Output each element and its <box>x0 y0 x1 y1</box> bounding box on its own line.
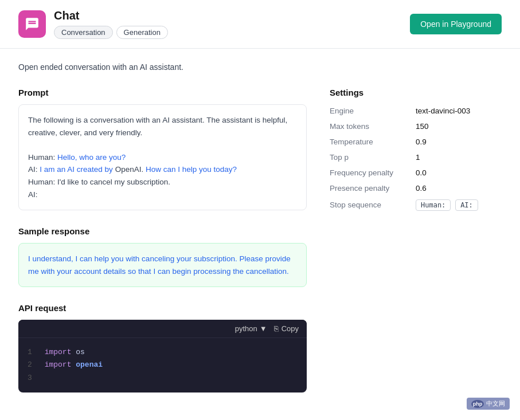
tab-generation[interactable]: Generation <box>116 26 168 39</box>
stop-seq-human: Human: <box>416 199 451 211</box>
prompt-line-ai2: AI: <box>28 189 297 201</box>
prompt-box: The following is a conversation with an … <box>18 104 307 210</box>
chevron-down-icon: ▼ <box>260 324 267 333</box>
label-stop-sequence: Stop sequence <box>330 201 416 209</box>
settings-row-max-tokens: Max tokens 150 <box>330 122 502 131</box>
main-content: Open ended conversation with an AI assis… <box>0 49 520 406</box>
tab-group: Conversation Generation <box>54 26 410 39</box>
page-description: Open ended conversation with an AI assis… <box>18 62 502 72</box>
sample-response-box: I understand, I can help you with cancel… <box>18 243 307 287</box>
prompt-line-1: The following is a conversation with an … <box>28 114 297 139</box>
code-line-1: 1 import os <box>28 346 298 359</box>
prompt-line-human1: Human: Hello, who are you? <box>28 151 297 164</box>
value-temperature: 0.9 <box>416 138 427 146</box>
prompt-section: Prompt The following is a conversation w… <box>18 88 307 210</box>
sample-response-title: Sample response <box>18 226 307 236</box>
keyword-import-2: import <box>45 360 72 369</box>
app-icon <box>18 10 46 38</box>
two-col-layout: Prompt The following is a conversation w… <box>18 88 502 392</box>
copy-icon: ⎘ <box>274 324 279 333</box>
value-frequency-penalty: 0.0 <box>416 168 427 177</box>
label-max-tokens: Max tokens <box>330 122 416 131</box>
header: Chat Conversation Generation Open in Pla… <box>0 0 520 49</box>
api-request-section: API request python ▼ ⎘ Copy <box>18 303 307 392</box>
line-num-3: 3 <box>28 374 32 382</box>
settings-row-top-p: Top p 1 <box>330 153 502 162</box>
api-request-title: API request <box>18 303 307 313</box>
code-line-3: 3 <box>28 372 298 384</box>
sample-response-text: I understand, I can help you with cancel… <box>28 253 297 277</box>
settings-row-frequency-penalty: Frequency penalty 0.0 <box>330 168 502 177</box>
settings-title: Settings <box>330 88 502 97</box>
app-title: Chat <box>54 9 410 22</box>
module-openai: openai <box>76 360 103 369</box>
label-presence-penalty: Presence penalty <box>330 184 416 193</box>
value-engine: text-davinci-003 <box>416 107 470 115</box>
value-stop-sequence: Human: AI: <box>416 199 480 211</box>
label-top-p: Top p <box>330 153 416 162</box>
settings-row-temperature: Temperature 0.9 <box>330 138 502 146</box>
value-top-p: 1 <box>416 153 420 162</box>
language-selector[interactable]: python ▼ <box>235 324 267 333</box>
label-temperature: Temperature <box>330 138 416 146</box>
lang-label: python <box>235 324 257 333</box>
value-max-tokens: 150 <box>416 122 429 131</box>
code-box: python ▼ ⎘ Copy 1 import os <box>18 320 307 392</box>
header-title-area: Chat Conversation Generation <box>54 9 410 39</box>
chat-icon <box>25 17 40 32</box>
prompt-line-human2: Human: I'd like to cancel my subscriptio… <box>28 176 297 189</box>
php-badge: php 中文网 <box>467 398 510 406</box>
keyword-import-1: import <box>45 348 72 356</box>
sample-response-section: Sample response I understand, I can help… <box>18 226 307 287</box>
open-playground-button[interactable]: Open in Playground <box>410 14 502 34</box>
settings-row-engine: Engine text-davinci-003 <box>330 107 502 115</box>
label-engine: Engine <box>330 107 416 115</box>
php-label: 中文网 <box>486 399 505 406</box>
label-frequency-penalty: Frequency penalty <box>330 168 416 177</box>
settings-row-stop-sequence: Stop sequence Human: AI: <box>330 199 502 211</box>
line-num-2: 2 <box>28 360 32 369</box>
copy-button[interactable]: ⎘ Copy <box>274 324 299 333</box>
module-os: os <box>76 348 85 356</box>
value-presence-penalty: 0.6 <box>416 184 427 193</box>
right-column: Settings Engine text-davinci-003 Max tok… <box>330 88 502 392</box>
php-logo: php <box>471 400 484 406</box>
code-line-2: 2 import openai <box>28 359 298 371</box>
line-num-1: 1 <box>28 348 32 356</box>
code-body: 1 import os 2 import openai 3 <box>18 338 307 392</box>
prompt-section-title: Prompt <box>18 88 307 97</box>
code-header: python ▼ ⎘ Copy <box>18 320 307 338</box>
stop-seq-ai: AI: <box>455 199 478 211</box>
copy-label: Copy <box>281 324 299 333</box>
settings-table: Engine text-davinci-003 Max tokens 150 T… <box>330 107 502 211</box>
prompt-line-ai1: AI: I am an AI created by OpenAI. How ca… <box>28 163 297 176</box>
settings-row-presence-penalty: Presence penalty 0.6 <box>330 184 502 193</box>
tab-conversation[interactable]: Conversation <box>54 26 113 39</box>
left-column: Prompt The following is a conversation w… <box>18 88 307 392</box>
